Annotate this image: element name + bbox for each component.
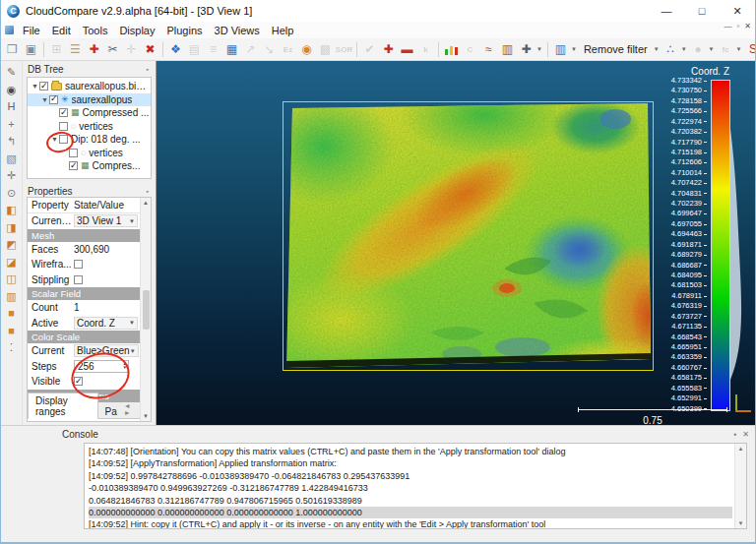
- console-scrollbar[interactable]: ▲ ▼: [734, 444, 746, 528]
- visibility-checkbox[interactable]: [49, 95, 58, 104]
- expander-icon[interactable]: ▼: [40, 96, 49, 103]
- curvature-icon[interactable]: C: [461, 39, 479, 59]
- visibility-checkbox[interactable]: [59, 135, 68, 144]
- tab-pa[interactable]: Pa: [98, 404, 124, 418]
- sor-filter-icon[interactable]: SOR: [335, 39, 353, 59]
- tab-scroll-arrows[interactable]: ◄ ►: [124, 402, 140, 418]
- resample-icon[interactable]: ↗: [241, 39, 260, 59]
- k-tool-icon[interactable]: k: [416, 39, 435, 59]
- plus-tool-icon[interactable]: ✚: [517, 39, 536, 59]
- view-front-icon[interactable]: ◨: [6, 221, 16, 233]
- mdi-restore-icon[interactable]: ▫: [736, 22, 739, 30]
- menu-file[interactable]: File: [17, 24, 46, 37]
- menu-3d-views[interactable]: 3D Views: [209, 24, 266, 37]
- scroll-up-icon[interactable]: ▲: [738, 446, 744, 452]
- spinner-arrows[interactable]: ▲▼: [123, 362, 128, 371]
- menu-display[interactable]: Display: [113, 24, 160, 37]
- open-icon[interactable]: ❒: [3, 39, 22, 59]
- point-pair-align-icon[interactable]: ⁚: [10, 341, 14, 353]
- viewport-3d[interactable]: Coord. Z 4.7333424.7307504.7281584.72556…: [156, 61, 755, 425]
- histogram-button[interactable]: [442, 39, 461, 59]
- facets-dropdown-arrow[interactable]: ▼: [736, 46, 742, 52]
- scroll-thumb[interactable]: [143, 290, 150, 330]
- console-pin-icon[interactable]: ▪: [733, 430, 736, 439]
- remove-filter-dropdown-arrow[interactable]: ▼: [654, 46, 660, 52]
- animation-dropdown-arrow[interactable]: ▼: [571, 46, 577, 52]
- apply-transformation-icon[interactable]: ✚: [85, 39, 103, 59]
- segment-icon[interactable]: ✂: [103, 39, 122, 59]
- m3c2-icon[interactable]: ●: [689, 39, 708, 59]
- wirefra--checkbox[interactable]: [74, 260, 83, 269]
- tree-item-compressed[interactable]: ▦Compressed ...: [28, 106, 151, 120]
- canupo-create-dropdown-arrow[interactable]: ▼: [681, 46, 687, 52]
- range-min-spinner[interactable]: 4.650▲▼: [30, 421, 63, 422]
- dock-float-icon[interactable]: ▪: [147, 188, 151, 195]
- compute-normals-icon[interactable]: ≡: [204, 39, 222, 59]
- interpolate-icon[interactable]: ↘: [260, 39, 279, 59]
- visibility-checkbox[interactable]: [59, 122, 68, 131]
- view-top-icon[interactable]: ◧: [6, 204, 16, 215]
- tree-item-vertices[interactable]: ◌vertices: [28, 120, 151, 134]
- mdi-minimize-icon[interactable]: —: [724, 22, 731, 30]
- current-dropdown[interactable]: Blue>Green▼: [74, 344, 139, 357]
- menu-plugins[interactable]: Plugins: [160, 24, 208, 37]
- steps-spinner[interactable]: 256▲▼: [74, 360, 129, 373]
- ez-tool-icon[interactable]: Ez: [279, 39, 297, 59]
- binoculars-icon[interactable]: ◉: [7, 84, 17, 95]
- view-iso-icon[interactable]: ▥: [6, 290, 16, 302]
- mdi-close-icon[interactable]: ✕: [744, 22, 751, 30]
- view-left-icon[interactable]: ◩: [6, 238, 16, 250]
- colors-ramp-icon[interactable]: ▤: [185, 39, 204, 59]
- maximize-button[interactable]: □: [684, 0, 720, 22]
- checker-icon[interactable]: ▩: [316, 39, 335, 59]
- add-point-icon[interactable]: ✚: [379, 39, 398, 59]
- visibility-checkbox[interactable]: [69, 161, 78, 170]
- expander-icon[interactable]: ▼: [31, 83, 39, 90]
- remove-filter-button[interactable]: Remove filter: [579, 43, 653, 55]
- bbox-tool-icon[interactable]: ▧: [6, 152, 16, 164]
- tree-item-compres[interactable]: ▦Compres...: [28, 159, 151, 173]
- dock-float-icon[interactable]: ▪: [147, 66, 151, 73]
- view-box-2-icon[interactable]: ■: [8, 325, 15, 336]
- box-tool-icon[interactable]: ▥: [498, 39, 517, 59]
- point-picking-icon[interactable]: ✛: [122, 39, 141, 59]
- tree-item-saurexallopus-bin-c[interactable]: ▼saurexallopus.bin (C:...: [28, 80, 151, 93]
- scroll-up-icon[interactable]: ▲: [143, 200, 149, 206]
- set-colors-icon[interactable]: ❖: [166, 39, 185, 59]
- cone-tool-icon[interactable]: ◉: [297, 39, 316, 59]
- tree-item-vertices[interactable]: ◌vertices: [28, 147, 151, 160]
- facets-icon[interactable]: fc: [717, 39, 735, 59]
- magnifier-icon[interactable]: ⊙: [7, 187, 16, 199]
- clone-icon[interactable]: ⊞: [47, 39, 66, 59]
- active-dropdown[interactable]: Coord. Z▼: [74, 317, 138, 330]
- clipping-box-icon[interactable]: ▬: [398, 39, 416, 59]
- visibility-checkbox[interactable]: [59, 108, 68, 117]
- menu-help[interactable]: Help: [266, 24, 300, 37]
- terrain-mesh[interactable]: [283, 101, 654, 375]
- properties-scrollbar[interactable]: ▲ ▼: [140, 198, 151, 421]
- edit-pencil-icon[interactable]: ✎: [7, 66, 16, 78]
- zoom-plus-icon[interactable]: +: [8, 118, 14, 130]
- view-box-1-icon[interactable]: ■: [8, 307, 15, 319]
- delete-icon[interactable]: ✖: [141, 39, 159, 59]
- minimize-button[interactable]: —: [649, 0, 684, 22]
- animation-icon[interactable]: ▥: [551, 39, 570, 59]
- visibility-checkbox[interactable]: [69, 149, 78, 157]
- save-icon[interactable]: ▣: [22, 39, 40, 59]
- m3c2-dropdown-arrow[interactable]: ▼: [709, 46, 715, 52]
- view-right-icon[interactable]: ◫: [6, 272, 16, 284]
- scroll-down-icon[interactable]: ▼: [143, 413, 149, 419]
- mdi-system-icon[interactable]: [5, 26, 14, 34]
- menu-edit[interactable]: Edit: [46, 24, 77, 37]
- sra-icon[interactable]: S: [744, 39, 755, 59]
- canupo-create-icon[interactable]: ∴: [662, 39, 680, 59]
- crosshair-tool-icon[interactable]: ✛: [7, 169, 16, 181]
- apply-check-icon[interactable]: ✔: [360, 39, 379, 59]
- range-max-spinner[interactable]: 4.7333▲▼: [108, 421, 140, 422]
- tree-item-dip-018-deg[interactable]: ▼Dip: 018 deg. ...: [28, 133, 151, 147]
- pick-rotation-center-icon[interactable]: ↰: [7, 135, 16, 147]
- plus-tool-dropdown-arrow[interactable]: ▼: [536, 46, 542, 52]
- visible-checkbox[interactable]: [74, 377, 83, 386]
- tree-item-saurexallopus[interactable]: ▼✳saurexallopus: [28, 93, 151, 107]
- close-button[interactable]: ✕: [720, 0, 755, 22]
